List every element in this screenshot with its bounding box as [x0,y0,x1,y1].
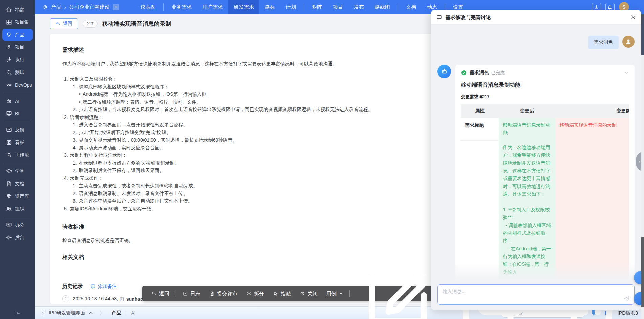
sidebar-item-label: 后台 [15,235,24,241]
topbar-menu-item-1[interactable]: 业务需求 [166,0,197,14]
sidebar-item-document[interactable]: 文档 [2,178,33,190]
ai-avatar [437,65,451,78]
sidebar-item-product[interactable]: 产品 [2,29,33,41]
scissors-icon [246,291,252,296]
sidebar-item-school[interactable]: 学堂 [2,165,33,177]
sidebar-item-label: 产品 [15,32,24,38]
test-icon [6,69,12,76]
toolbar-assign-button[interactable]: 指派 [269,291,295,297]
diff-attr-cell: 需求标题 [461,118,499,140]
toolbar-close-button[interactable]: 关闭 [295,291,322,297]
chevron-down-icon[interactable] [624,70,629,76]
diff-after-cell: 作为一名喧喧移动端用户，我希望能够方便快捷地录制并发送语音消息，这样在不方便打字… [499,140,556,279]
sidebar: 地盘项目集产品项目执行测试DevOpsAIBI反馈看板工作流学堂文档资产库组织办… [0,0,35,319]
ai-task-label: 需求润色 [470,70,489,76]
ai-message-row: 需求润色 已完成 移动端语音消息录制功能 变更需求 #217 属性 变更后 [437,65,635,282]
toolbar-split-button[interactable]: 拆分 [242,291,269,297]
app-switcher[interactable]: IPD研发管理界面 [40,310,94,316]
sidebar-item-home[interactable]: 地盘 [2,4,33,16]
power-icon [300,291,305,296]
sidebar-item-label: 执行 [15,57,24,63]
topbar-menu-item-7[interactable]: 项目 [327,0,348,14]
sidebar-item-project-set[interactable]: 项目集 [2,16,33,28]
assets-icon [6,193,12,199]
chevron-up-icon [339,292,343,296]
sidebar-item-workflow[interactable]: 工作流 [2,149,33,161]
toolbar-separator [176,290,176,297]
sidebar-item-feedback[interactable]: 反馈 [2,124,33,136]
breadcrumb-project[interactable]: 公司企业官网建设 [69,4,110,10]
sidebar-item-assets[interactable]: 资产库 [2,190,33,202]
history-title: 历史记录 [62,283,83,290]
ai-result-card: 需求润色 已完成 移动端语音消息录制功能 变更需求 #217 属性 变更后 [455,65,635,282]
sidebar-item-test[interactable]: 测试 [2,66,33,78]
sidebar-item-devops[interactable]: DevOps [2,79,33,91]
assign-pointer-icon [273,291,278,296]
toolbar-back-button[interactable]: 返回 [147,291,174,297]
ai-status-row: 需求润色 已完成 [461,70,629,76]
panel-header: 需求修改与完善讨论 [431,10,641,25]
topbar-menu-item-0[interactable]: 仪表盘 [135,0,161,14]
topbar-menu-item-3[interactable]: 研发需求 [228,0,259,14]
collapse-left-icon [15,310,21,316]
sidebar-item-label: 反馈 [15,127,24,133]
sidebar-divider [5,163,30,163]
sidebar-item-bi[interactable]: BI [2,108,33,120]
user-message-bubble: 需求润色 [588,36,619,49]
sidebar-item-execution[interactable]: 执行 [2,54,33,66]
topbar-menu-item-9[interactable]: 路线图 [369,0,395,14]
scrollbar-thumb-bottom[interactable] [641,237,644,307]
chat-input-row [431,282,641,310]
toolbar-submit-review-button[interactable]: 提交评审 [205,291,242,297]
discussion-panel: 需求修改与完善讨论 需求润色 需求润色 已完成 [431,10,641,310]
close-icon[interactable] [630,15,636,20]
topbar-menu-item-5[interactable]: 计划 [280,0,301,14]
diff-col-before: 变更前 [556,104,629,118]
history-entry-number: 1 [62,295,69,302]
diff-before-cell [556,140,629,279]
back-button[interactable]: 返回 [50,18,78,29]
topbar-menu-item-2[interactable]: 用户需求 [197,0,228,14]
topbar-menu-item-4[interactable]: 路标 [259,0,280,14]
taskbar-tab-product[interactable]: 产品 [110,310,123,316]
topbar-menu: 仪表盘业务需求用户需求研发需求路标计划矩阵项目发布路线图文档动态设置 [135,0,469,14]
sidebar-item-admin[interactable]: 后台 [2,232,33,243]
sidebar-item-label: 看板 [15,140,24,146]
message-input[interactable] [438,285,634,304]
sidebar-item-organization[interactable]: 组织 [2,203,33,215]
chevron-down-icon [114,5,118,9]
sidebar-item-label: BI [15,111,19,116]
requirement-id-badge: 217 [83,20,98,28]
topbar-menu-item-8[interactable]: 发布 [348,0,369,14]
kanban-icon [6,139,12,146]
table-row: 需求标题 移动端语音消息录制功能 移动端实现语音消息的录制 [461,118,629,140]
taskbar-tab-ai[interactable]: AI [130,310,137,316]
bell-icon [607,5,613,10]
sidebar-collapse-button[interactable] [0,310,35,316]
toolbar-usecase-button[interactable]: 用例 [322,291,347,297]
send-icon[interactable] [623,295,630,302]
add-note-link[interactable]: 添加备注 [90,283,117,290]
sidebar-item-label: 测试 [15,69,24,76]
execution-icon [6,57,12,63]
topbar-menu-item-6[interactable]: 矩阵 [306,0,327,14]
sidebar-item-project[interactable]: 项目 [2,41,33,53]
project-set-icon [6,19,12,25]
sidebar-item-office[interactable]: 办公 [2,219,33,231]
check-circle-icon [461,70,467,76]
sidebar-item-kanban[interactable]: 看板 [2,136,33,148]
sidebar-item-ai[interactable]: AI [2,95,33,107]
scrollbar-thumb-top[interactable] [641,14,644,55]
app-screen: 地盘项目集产品项目执行测试DevOpsAIBI反馈看板工作流学堂文档资产库组织办… [0,0,644,319]
menu-separator [163,3,164,11]
topbar-menu-item-10[interactable]: 文档 [401,0,422,14]
feedback-icon [6,127,12,133]
chat-area[interactable]: 需求润色 需求润色 已完成 移动端语音消息录制功能 变 [431,25,641,282]
project-switcher-button[interactable] [113,4,119,10]
ai-change-ref: 变更需求 #217 [461,94,629,100]
diff-table: 属性 变更后 变更前 需求标题 移动端语音消息录制功能 移动端实现语音消息的录制 [461,104,629,280]
sidebar-item-label: 项目集 [15,19,29,25]
bi-icon [6,110,12,117]
breadcrumb-section[interactable]: 产品 [51,4,61,10]
toolbar-log-button[interactable]: 日志 [178,291,205,297]
